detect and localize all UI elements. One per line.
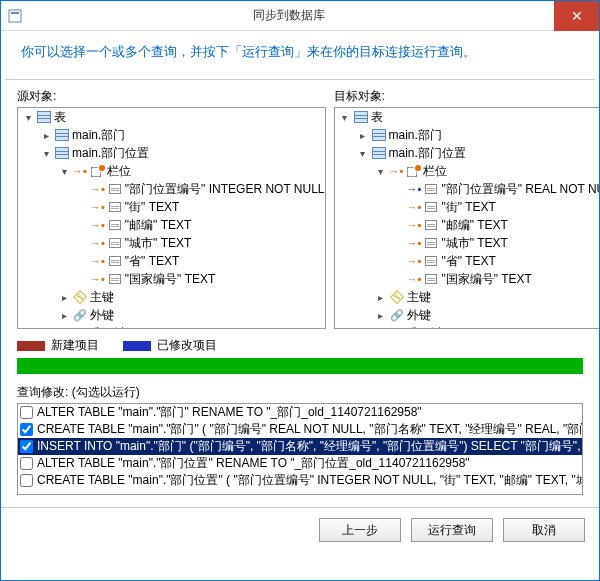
tree-node[interactable]: ▸→•"国家编号" TEXT <box>18 270 325 288</box>
query-checkbox[interactable] <box>20 457 33 470</box>
query-row[interactable]: ALTER TABLE "main"."部门" RENAME TO "_部门_o… <box>18 404 582 421</box>
close-button[interactable]: ✕ <box>554 1 599 31</box>
new-marker-icon: →• <box>407 255 422 267</box>
tree-node-label: 外键 <box>90 307 114 324</box>
field-icon <box>423 182 439 196</box>
source-tree[interactable]: ▾表▸main.部门▾main.部门位置▾→•栏位▸→•"部门位置编号" INT… <box>17 107 326 329</box>
tree-node-label: 唯一键 <box>407 325 443 330</box>
tree-node-label: main.部门 <box>72 127 125 144</box>
column-icon <box>89 164 105 178</box>
query-row[interactable]: CREATE TABLE "main"."部门位置" ( "部门位置编号" IN… <box>18 472 582 489</box>
tree-node[interactable]: ▾→•栏位 <box>335 162 600 180</box>
key-icon: ⚿ <box>72 290 88 304</box>
new-marker-icon: →• <box>407 219 422 231</box>
query-list[interactable]: ALTER TABLE "main"."部门" RENAME TO "_部门_o… <box>17 403 583 495</box>
tree-node[interactable]: ▸main.部门 <box>18 126 325 144</box>
tree-node[interactable]: ▸→•"街" TEXT <box>335 198 600 216</box>
tree-node-label: 主键 <box>407 289 431 306</box>
table-icon <box>371 146 387 160</box>
expand-icon[interactable]: ▸ <box>357 129 369 141</box>
tree-node[interactable]: ▸→•"省" TEXT <box>18 252 325 270</box>
tree-node[interactable]: ▸→•"邮编" TEXT <box>335 216 600 234</box>
tree-node[interactable]: ▸→•"部门位置编号" REAL NOT NULL <box>335 180 600 198</box>
query-row[interactable]: ALTER TABLE "main"."部门位置" RENAME TO "_部门… <box>18 455 582 472</box>
tree-node[interactable]: ▸→•"城市" TEXT <box>335 234 600 252</box>
instruction-text: 你可以选择一个或多个查询，并按下「运行查询」来在你的目标连接运行查询。 <box>5 31 595 80</box>
collapse-icon[interactable]: ▾ <box>357 147 369 159</box>
footer: 上一步 运行查询 取消 <box>1 507 599 552</box>
query-text: CREATE TABLE "main"."部门位置" ( "部门位置编号" IN… <box>37 472 583 489</box>
tree-node[interactable]: ▸→•"城市" TEXT <box>18 234 325 252</box>
tree-node-label: 表 <box>54 109 66 126</box>
collapse-icon[interactable]: ▾ <box>40 147 52 159</box>
tree-node[interactable]: ▸→•"部门位置编号" INTEGER NOT NULL <box>18 180 325 198</box>
tree-node[interactable]: ▸🔗外键 <box>18 306 325 324</box>
svg-rect-1 <box>11 12 19 14</box>
key-icon: ⚿ <box>389 290 405 304</box>
field-icon <box>107 218 123 232</box>
query-text: CREATE TABLE "main"."部门" ( "部门编号" REAL N… <box>37 421 583 438</box>
expand-icon[interactable]: ▸ <box>58 309 70 321</box>
expand-icon[interactable]: ▸ <box>375 309 387 321</box>
tree-node-label: "国家编号" TEXT <box>441 271 532 288</box>
tree-node[interactable]: ▸→•"国家编号" TEXT <box>335 270 600 288</box>
query-row[interactable]: INSERT INTO "main"."部门" ("部门编号", "部门名称",… <box>18 438 582 455</box>
tree-node[interactable]: ▾表 <box>335 108 600 126</box>
legend-new-swatch <box>17 341 45 351</box>
tree-node-label: "邮编" TEXT <box>441 217 508 234</box>
table-icon <box>54 128 70 142</box>
tree-node[interactable]: ▸唯一键 <box>335 324 600 329</box>
new-marker-icon: →• <box>90 183 105 195</box>
tree-node-label: "部门位置编号" INTEGER NOT NULL <box>125 181 325 198</box>
svg-rect-0 <box>9 10 21 22</box>
tree-node[interactable]: ▸main.部门 <box>335 126 600 144</box>
legend: 新建项目 已修改项目 <box>17 337 583 354</box>
field-icon <box>107 200 123 214</box>
query-checkbox[interactable] <box>20 474 33 487</box>
app-icon <box>7 8 23 24</box>
tree-node-label: "省" TEXT <box>125 253 180 270</box>
legend-mod-swatch <box>123 341 151 351</box>
close-icon: ✕ <box>571 8 583 24</box>
collapse-icon[interactable]: ▾ <box>22 111 34 123</box>
collapse-icon[interactable]: ▾ <box>58 165 70 177</box>
tree-node[interactable]: ▸🔗外键 <box>335 306 600 324</box>
new-marker-icon: →• <box>407 237 422 249</box>
field-icon <box>107 236 123 250</box>
tree-node-label: "城市" TEXT <box>441 235 508 252</box>
query-checkbox[interactable] <box>20 406 33 419</box>
tree-node[interactable]: ▸→•"街" TEXT <box>18 198 325 216</box>
prev-button[interactable]: 上一步 <box>319 518 401 542</box>
tree-node[interactable]: ▾→•栏位 <box>18 162 325 180</box>
table-icon <box>54 146 70 160</box>
queries-label: 查询修改: (勾选以运行) <box>17 384 583 401</box>
tree-node[interactable]: ▸→•"省" TEXT <box>335 252 600 270</box>
query-checkbox[interactable] <box>20 440 33 453</box>
expand-icon[interactable]: ▸ <box>40 129 52 141</box>
tree-node-label: "部门位置编号" REAL NOT NULL <box>441 181 600 198</box>
expand-icon[interactable]: ▸ <box>58 291 70 303</box>
target-tree[interactable]: ▾表▸main.部门▾main.部门位置▾→•栏位▸→•"部门位置编号" REA… <box>334 107 600 329</box>
tree-node-label: 外键 <box>407 307 431 324</box>
table-icon <box>371 128 387 142</box>
tree-node[interactable]: ▾表 <box>18 108 325 126</box>
tree-node[interactable]: ▸⚿主键 <box>18 288 325 306</box>
expand-icon[interactable]: ▸ <box>375 327 387 329</box>
tree-node[interactable]: ▸→•"邮编" TEXT <box>18 216 325 234</box>
expand-icon[interactable]: ▸ <box>58 327 70 329</box>
tree-node[interactable]: ▾main.部门位置 <box>335 144 600 162</box>
expand-icon[interactable]: ▸ <box>375 291 387 303</box>
run-query-button[interactable]: 运行查询 <box>411 518 493 542</box>
collapse-icon[interactable]: ▾ <box>339 111 351 123</box>
tree-node-label: 唯一键 <box>90 325 126 330</box>
tree-node[interactable]: ▸唯一键 <box>18 324 325 329</box>
query-checkbox[interactable] <box>20 423 33 436</box>
new-marker-icon: →• <box>90 219 105 231</box>
tree-node[interactable]: ▸⚿主键 <box>335 288 600 306</box>
unique-key-icon <box>72 326 88 329</box>
tree-node[interactable]: ▾main.部门位置 <box>18 144 325 162</box>
tree-node-label: 表 <box>371 109 383 126</box>
collapse-icon[interactable]: ▾ <box>375 165 387 177</box>
cancel-button[interactable]: 取消 <box>503 518 585 542</box>
query-row[interactable]: CREATE TABLE "main"."部门" ( "部门编号" REAL N… <box>18 421 582 438</box>
